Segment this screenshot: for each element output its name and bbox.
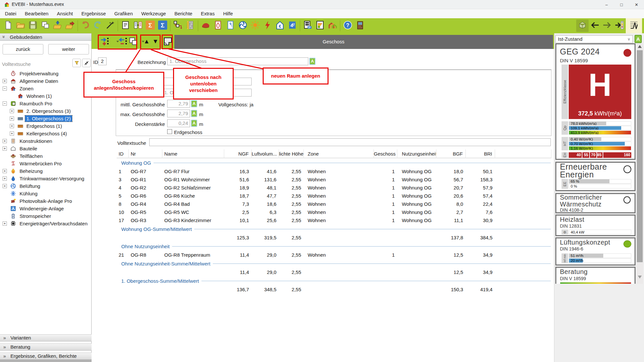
tree-expander-icon[interactable]: + bbox=[10, 124, 14, 128]
tree-item-beheizung[interactable]: +Beheizung bbox=[0, 167, 91, 175]
scroll-up-icon[interactable] bbox=[638, 45, 642, 48]
report-doc-button[interactable] bbox=[119, 20, 132, 32]
table-row[interactable]: 17OG-R3OG-R3 Kinderzimmer10,125,62,55Woh… bbox=[117, 216, 551, 224]
tree-item-allgemeine-daten[interactable]: +Allgemeine Daten bbox=[0, 77, 91, 85]
tree-item-trinkwarmwasser-versorgung[interactable]: +Trinkwarmwasser-Versorgung bbox=[0, 175, 91, 182]
table-row[interactable]: 10OG-R5OG-R5 WC2,56,32,55Wohnen1Wohnung … bbox=[117, 208, 551, 216]
state-selector-dropdown[interactable]: Ist-Zustand ∨ bbox=[555, 35, 633, 43]
export-project-button[interactable] bbox=[64, 20, 76, 32]
tree-item-2-obergeschoss-3-[interactable]: +2. Obergeschoss (3) bbox=[0, 107, 91, 115]
redo-button[interactable] bbox=[92, 20, 104, 32]
tree-item-stromspeicher[interactable]: Stromspeicher bbox=[0, 212, 91, 220]
nav-forward-button[interactable] bbox=[601, 20, 613, 32]
menu-bearbeiten[interactable]: Bearbeiten bbox=[21, 9, 53, 18]
table-search-input[interactable] bbox=[149, 138, 551, 146]
heating-flame-button[interactable] bbox=[212, 20, 224, 32]
open-folder-button[interactable] bbox=[14, 20, 27, 32]
tree-expander-icon[interactable]: + bbox=[3, 169, 7, 173]
maximize-button[interactable]: □ bbox=[614, 0, 629, 9]
auto-badge[interactable]: A bbox=[635, 35, 642, 43]
house-euro-button[interactable]: € bbox=[274, 20, 286, 32]
table-row[interactable]: 8OG-R4OG-R4 Bad7,318,62,55Wohnen1Wohnung… bbox=[117, 200, 551, 208]
copy-window-button[interactable] bbox=[39, 20, 51, 32]
bezeichnung-field[interactable]: 1. Obergeschoss bbox=[167, 57, 308, 65]
house-arcs-button[interactable] bbox=[326, 20, 339, 32]
electricity-button[interactable] bbox=[261, 20, 274, 32]
tree-expander-icon[interactable]: + bbox=[10, 131, 14, 136]
mittl-geschosshoehe-field[interactable]: 2,79 bbox=[167, 100, 190, 108]
import-project-button[interactable] bbox=[51, 20, 64, 32]
deckenstaerke-field[interactable]: 0,24 bbox=[167, 119, 190, 127]
tree-item-konstruktionen[interactable]: +Konstruktionen bbox=[0, 137, 91, 145]
new-file-button[interactable] bbox=[2, 20, 14, 32]
scrollbar-thumb[interactable] bbox=[637, 50, 643, 262]
tree-expander-icon[interactable]: + bbox=[10, 109, 14, 113]
auto-badge[interactable]: A bbox=[191, 120, 197, 127]
minimize-button[interactable]: – bbox=[599, 0, 614, 9]
tree-expander-icon[interactable]: + bbox=[10, 116, 14, 121]
tree-expander-icon[interactable]: − bbox=[3, 86, 7, 91]
menu-berichte[interactable]: Berichte bbox=[170, 9, 197, 18]
table-row[interactable]: 3OG-R1OG-R1 Wohnzimmer51,6131,62,55Wohne… bbox=[117, 175, 551, 184]
tree-item-kellergeschoss-4-[interactable]: +Kellergeschoss (4) bbox=[0, 130, 91, 137]
menu-grafiken[interactable]: Grafiken bbox=[110, 9, 137, 18]
tree-item-1-obergeschoss-2-[interactable]: +1. Obergeschoss (2) bbox=[0, 115, 91, 122]
max-geschosshoehe-field[interactable]: 2,79 bbox=[167, 110, 190, 117]
panel-bar-varianten[interactable]: »Varianten bbox=[0, 334, 92, 341]
tree-item-bauteile[interactable]: +Bauteile bbox=[0, 145, 91, 152]
tree-item-windenergie-anlage[interactable]: Windenergie-Anlage bbox=[0, 205, 91, 212]
table-row[interactable]: 4OG-R2OG-R2 Schlafzimmer18,948,12,55Wohn… bbox=[117, 184, 551, 192]
erdgeschoss-checkbox[interactable] bbox=[167, 129, 172, 134]
tree-item-teilfl-chen[interactable]: Teilflächen bbox=[0, 152, 91, 160]
tree-expander-icon[interactable]: + bbox=[3, 139, 7, 143]
tree-expander-icon[interactable]: + bbox=[3, 221, 7, 226]
menu-hilfe[interactable]: Hilfe bbox=[219, 9, 237, 18]
help-button[interactable]: ? bbox=[342, 20, 354, 32]
table-row[interactable]: 21OG-R8OG-R8 Treppenraum11,429,02,55Wohn… bbox=[117, 251, 551, 259]
building-3d-button[interactable] bbox=[576, 20, 589, 32]
tree-item-energietr-ger-verbrauchsdaten[interactable]: +Energieträger/Verbrauchsdaten bbox=[0, 220, 91, 227]
collapse-tree-button[interactable] bbox=[82, 59, 91, 67]
close-button[interactable]: ✕ bbox=[629, 0, 644, 9]
tree-item-raumbuch-pro[interactable]: −Raumbuch Pro bbox=[0, 100, 91, 107]
roof-button[interactable] bbox=[199, 20, 212, 32]
tree-item-photovoltaik-anlage-pro[interactable]: Photovoltaik-Anlage Pro bbox=[0, 197, 91, 205]
menu-datei[interactable]: Datei bbox=[1, 9, 21, 18]
undo-button[interactable] bbox=[79, 20, 92, 32]
panel-bar-beratung[interactable]: »Beratung bbox=[0, 343, 92, 351]
tree-expander-icon[interactable]: + bbox=[3, 184, 7, 188]
id-field[interactable]: 2 bbox=[98, 57, 107, 65]
chart-curve-button[interactable] bbox=[626, 18, 642, 33]
auto-badge[interactable]: A bbox=[191, 110, 197, 117]
menu-ansicht[interactable]: Ansicht bbox=[53, 9, 77, 18]
sidebar-header[interactable]: » Gebäudedaten bbox=[0, 33, 91, 41]
auto-badge[interactable]: A bbox=[191, 100, 197, 107]
table-row[interactable]: 5OG-R6OG-R6 Küche18,747,72,55Wohnen1Wohn… bbox=[117, 192, 551, 200]
tree-item-wohnen-1-[interactable]: Wohnen (1) bbox=[0, 92, 91, 100]
doc-compare-button[interactable] bbox=[132, 20, 144, 32]
nav-jump-button[interactable] bbox=[613, 20, 626, 32]
auto-badge[interactable]: A bbox=[309, 58, 315, 65]
water-tap-button[interactable] bbox=[224, 20, 237, 32]
flowchart-button[interactable] bbox=[172, 20, 184, 32]
menu-werkzeuge[interactable]: Werkzeuge bbox=[137, 9, 170, 18]
back-button[interactable]: zurück bbox=[3, 44, 43, 54]
wizard-button[interactable] bbox=[104, 20, 116, 32]
tree-item-erdgeschoss-1-[interactable]: +Erdgeschoss (1) bbox=[0, 122, 91, 130]
radiator-button[interactable]: 4 bbox=[286, 20, 299, 32]
menu-extras[interactable]: Extras bbox=[197, 9, 219, 18]
menu-ergebnisse[interactable]: Ergebnisse bbox=[77, 9, 110, 18]
tree-item-k-hlung[interactable]: Kühlung bbox=[0, 190, 91, 197]
tree-expander-icon[interactable]: + bbox=[3, 146, 7, 151]
table-row[interactable]: 1OG-R7OG-R7 Flur16,341,62,55Wohnen1Wohnu… bbox=[117, 167, 551, 175]
save-button[interactable] bbox=[27, 20, 39, 32]
door-exit-button[interactable] bbox=[354, 20, 366, 32]
tree-item-projektverwaltung[interactable]: Projektverwaltung bbox=[0, 70, 91, 77]
nav-back-button[interactable] bbox=[589, 20, 601, 32]
report-server-button[interactable] bbox=[301, 20, 314, 32]
sidebar-search-input[interactable]: Volltextsuche bbox=[2, 61, 31, 67]
next-button[interactable]: weiter bbox=[48, 44, 89, 54]
sun-button[interactable] bbox=[249, 20, 261, 32]
filter-button[interactable] bbox=[72, 59, 81, 67]
wall-layers-button[interactable] bbox=[184, 20, 197, 32]
